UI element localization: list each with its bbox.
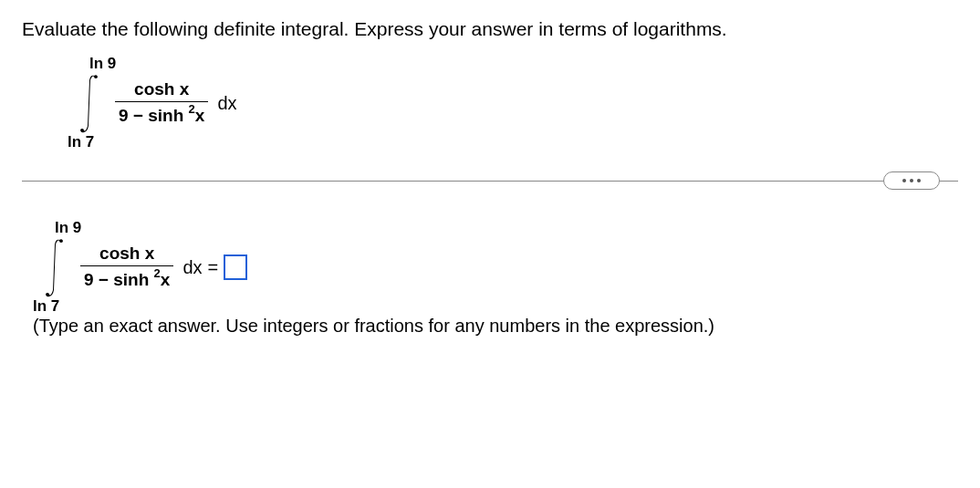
ellipsis-icon xyxy=(902,179,921,182)
answer-integral: ln 9 ln 7 cosh x 9 − sinh 2x dx = xyxy=(33,226,958,308)
integrand-fraction: cosh x 9 − sinh 2x xyxy=(115,79,208,126)
divider-line xyxy=(22,181,958,182)
integral-sign-2: ln 9 ln 7 xyxy=(33,226,75,308)
integral-symbol-icon-2 xyxy=(44,237,66,297)
numerator-2: cosh x xyxy=(92,244,162,265)
equals-sign: = xyxy=(208,257,219,278)
instruction-text: Evaluate the following definite integral… xyxy=(22,18,958,40)
hint-text: (Type an exact answer. Use integers or f… xyxy=(33,316,958,337)
denominator-2: 9 − sinh 2x xyxy=(80,265,173,290)
lower-limit: ln 7 xyxy=(68,133,94,151)
integral-sign: ln 9 ln 7 xyxy=(68,62,109,144)
answer-input[interactable] xyxy=(224,254,247,280)
denominator: 9 − sinh 2x xyxy=(115,101,208,126)
problem-integral: ln 9 ln 7 cosh x 9 − sinh 2x dx xyxy=(68,62,958,144)
differential-2: dx xyxy=(182,257,202,278)
numerator: cosh x xyxy=(127,79,196,101)
upper-limit: ln 9 xyxy=(89,55,116,73)
more-options-button[interactable] xyxy=(883,171,940,190)
integrand-fraction-2: cosh x 9 − sinh 2x xyxy=(80,244,173,290)
differential: dx xyxy=(217,93,236,114)
lower-limit-2: ln 7 xyxy=(33,297,59,316)
integral-symbol-icon xyxy=(78,73,100,133)
section-divider xyxy=(22,171,958,190)
upper-limit-2: ln 9 xyxy=(55,219,81,237)
